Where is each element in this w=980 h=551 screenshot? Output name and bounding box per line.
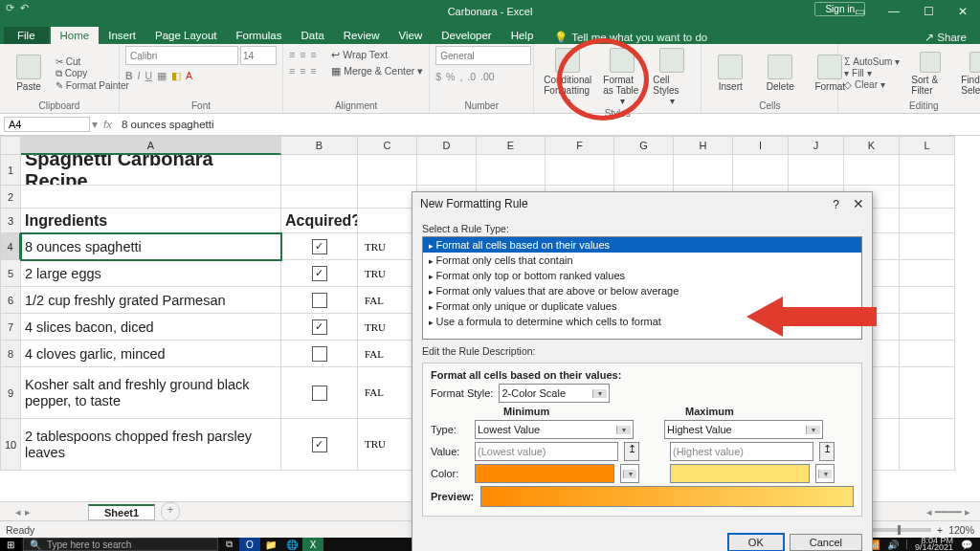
- cell[interactable]: [900, 419, 955, 471]
- cell[interactable]: [614, 155, 674, 186]
- format-style-dropdown[interactable]: 2-Color Scale▾: [499, 384, 610, 403]
- dialog-help-icon[interactable]: ?: [833, 198, 839, 211]
- tab-home[interactable]: Home: [51, 27, 100, 44]
- rule-type-item[interactable]: Format only cells that contain: [423, 253, 861, 268]
- cell[interactable]: TRU: [358, 233, 417, 260]
- cell[interactable]: [789, 155, 844, 186]
- cell[interactable]: [281, 287, 358, 314]
- autosum-button[interactable]: Σ AutoSum ▾: [844, 56, 903, 67]
- row-header[interactable]: 3: [0, 209, 21, 233]
- rule-type-item[interactable]: Format all cells based on their values: [423, 237, 861, 253]
- checkbox[interactable]: ✓: [312, 320, 327, 335]
- cell[interactable]: ✓: [281, 419, 358, 471]
- cell[interactable]: TRU: [358, 260, 417, 287]
- min-type-dropdown[interactable]: Lowest Value▾: [475, 420, 634, 439]
- col-header[interactable]: D: [417, 136, 477, 155]
- col-header[interactable]: C: [358, 136, 417, 155]
- zoom-level[interactable]: 120%: [948, 524, 974, 536]
- row-header[interactable]: 7: [0, 314, 21, 341]
- tray-date[interactable]: 9/14/2021: [915, 544, 953, 551]
- col-header[interactable]: I: [733, 136, 789, 155]
- row-header[interactable]: 8: [0, 341, 21, 367]
- cell[interactable]: [21, 186, 281, 209]
- horiz-scrollbar[interactable]: ◂ ━━━━ ▸: [926, 506, 970, 518]
- checkbox[interactable]: [312, 386, 327, 401]
- cell[interactable]: ✓: [281, 233, 358, 260]
- fx-icon[interactable]: fx: [103, 119, 112, 130]
- col-header[interactable]: J: [789, 136, 844, 155]
- start-button[interactable]: ⊞: [0, 538, 21, 551]
- minimize-button[interactable]: —: [877, 0, 911, 23]
- checkbox[interactable]: [312, 293, 327, 308]
- percent-icon[interactable]: %: [446, 71, 455, 82]
- cell[interactable]: [358, 209, 417, 233]
- cell[interactable]: ✓: [281, 314, 358, 341]
- cell[interactable]: 1/2 cup freshly grated Parmesan: [21, 287, 281, 314]
- align-top-icon[interactable]: ≡: [289, 49, 295, 60]
- cell[interactable]: 8 ounces spaghetti: [21, 233, 281, 260]
- row-header[interactable]: 9: [0, 367, 21, 419]
- cell[interactable]: FAL: [358, 287, 417, 314]
- comma-icon[interactable]: ,: [459, 71, 462, 82]
- dialog-close-button[interactable]: ✕: [853, 196, 864, 211]
- tell-me[interactable]: 💡Tell me what you want to do: [554, 31, 707, 44]
- sheet-nav-prev[interactable]: ◂: [15, 506, 21, 518]
- cell[interactable]: ✓: [281, 260, 358, 287]
- cell[interactable]: [417, 155, 477, 186]
- zoom-in[interactable]: +: [937, 524, 943, 536]
- cell[interactable]: [900, 209, 955, 233]
- taskbar-app[interactable]: 🌐: [281, 538, 302, 551]
- taskbar-search[interactable]: 🔍Type here to search: [23, 538, 218, 551]
- col-header[interactable]: B: [281, 136, 358, 155]
- italic-button[interactable]: I: [138, 70, 141, 81]
- tab-insert[interactable]: Insert: [99, 27, 145, 44]
- font-name[interactable]: [125, 46, 238, 65]
- cut-button[interactable]: ✂ Cut: [56, 56, 129, 67]
- add-sheet-button[interactable]: +: [161, 502, 180, 521]
- clear-button[interactable]: ◇ Clear ▾: [844, 79, 903, 90]
- tab-help[interactable]: Help: [501, 27, 544, 44]
- cell[interactable]: [900, 367, 955, 419]
- ribbon-options-icon[interactable]: ▭: [842, 0, 877, 23]
- max-value-input[interactable]: (Highest value): [670, 442, 813, 461]
- cell[interactable]: [900, 155, 955, 186]
- row-header[interactable]: 4: [0, 233, 21, 260]
- cell[interactable]: 2 tablespoons chopped fresh parsley leav…: [21, 419, 281, 471]
- cell[interactable]: [674, 155, 733, 186]
- tab-review[interactable]: Review: [334, 27, 390, 44]
- cell[interactable]: [477, 155, 546, 186]
- min-value-input[interactable]: (Lowest value): [475, 442, 618, 461]
- delete-cells-button[interactable]: Delete: [757, 53, 803, 94]
- format-painter-button[interactable]: ✎ Format Painter: [56, 80, 129, 91]
- cell[interactable]: [281, 341, 358, 367]
- name-box[interactable]: [4, 117, 90, 132]
- paste-button[interactable]: Paste: [6, 53, 52, 94]
- cell[interactable]: [900, 314, 955, 341]
- bold-button[interactable]: B: [125, 70, 133, 81]
- row-header[interactable]: 2: [0, 186, 21, 209]
- col-header[interactable]: A: [21, 136, 281, 155]
- cell[interactable]: 2 large eggs: [21, 260, 281, 287]
- font-size[interactable]: [240, 46, 277, 65]
- cell[interactable]: [900, 287, 955, 314]
- sort-filter-button[interactable]: Sort & Filter: [907, 50, 953, 98]
- conditional-formatting-button[interactable]: Conditional Formatting ▾: [540, 46, 595, 108]
- cell[interactable]: 4 cloves garlic, minced: [21, 341, 281, 367]
- max-value-refedit[interactable]: ↥: [819, 442, 835, 461]
- underline-button[interactable]: U: [145, 70, 153, 81]
- tab-view[interactable]: View: [390, 27, 433, 44]
- tab-page-layout[interactable]: Page Layout: [145, 27, 227, 44]
- close-button[interactable]: ✕: [946, 0, 980, 23]
- cell[interactable]: [358, 186, 417, 209]
- cell[interactable]: [281, 367, 358, 419]
- currency-icon[interactable]: $: [435, 71, 441, 82]
- rule-type-list[interactable]: Format all cells based on their values F…: [422, 236, 862, 340]
- row-header[interactable]: 10: [0, 419, 21, 471]
- col-header[interactable]: F: [546, 136, 614, 155]
- cell[interactable]: FAL: [358, 367, 417, 419]
- taskbar-app[interactable]: 📁: [260, 538, 281, 551]
- fill-button[interactable]: ▾ Fill ▾: [844, 68, 903, 78]
- checkbox[interactable]: ✓: [312, 437, 327, 452]
- row-header[interactable]: 6: [0, 287, 21, 314]
- checkbox[interactable]: ✓: [312, 239, 327, 254]
